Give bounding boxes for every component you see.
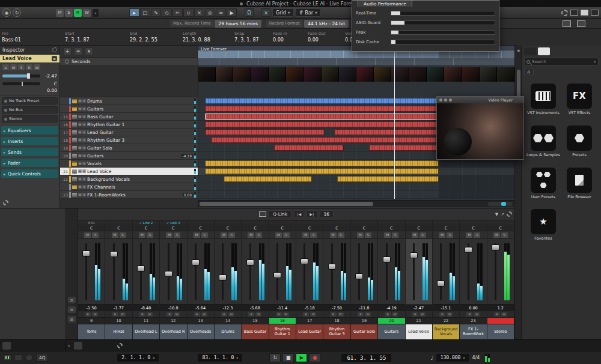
tab-track[interactable] xyxy=(2,342,11,350)
channel-solo-button[interactable]: S xyxy=(201,232,208,238)
channel-name[interactable]: FX 1-RoomWork xyxy=(460,324,486,339)
tab-chord-pads[interactable] xyxy=(93,342,102,350)
channel-name[interactable]: Lead Guitar xyxy=(296,324,323,339)
write-automation-button[interactable]: W xyxy=(283,312,289,317)
info-line-field[interactable]: Start 7. 3. 1. 87 xyxy=(65,31,130,43)
channel-level-value[interactable]: -2.47 xyxy=(406,305,432,311)
close-window-icon[interactable] xyxy=(439,99,442,102)
inspector-write-button[interactable]: W xyxy=(34,64,40,70)
media-item-file-browser[interactable]: File Browser xyxy=(563,168,596,200)
fader-handle[interactable] xyxy=(246,259,254,265)
audio-event[interactable] xyxy=(211,137,439,143)
channel-fader-area[interactable] xyxy=(188,239,214,305)
fader-handle[interactable] xyxy=(328,264,336,270)
write-automation-button[interactable]: W xyxy=(120,312,126,317)
channel-mute-button[interactable]: M xyxy=(248,232,254,238)
audio-event[interactable] xyxy=(205,160,439,166)
audio-quantize-button[interactable]: AQ xyxy=(36,354,48,362)
channel-solo-button[interactable]: S xyxy=(447,232,453,238)
tempo-value[interactable]: 130.000 xyxy=(441,355,461,360)
track-solo-button[interactable]: S xyxy=(82,107,86,111)
snap-icon[interactable]: Ω xyxy=(245,8,254,17)
channel-solo-button[interactable]: S xyxy=(228,232,235,238)
track-row[interactable]: MS Drums xyxy=(60,97,198,105)
channel-mute-button[interactable]: M xyxy=(166,232,172,238)
channel-solo-button[interactable]: S xyxy=(419,232,426,238)
read-automation-button[interactable]: R xyxy=(166,312,172,317)
read-automation-button[interactable]: R xyxy=(466,312,472,317)
draw-tool[interactable]: ✎ xyxy=(151,8,161,17)
project-activation-icon[interactable]: ◉ xyxy=(2,8,11,17)
read-automation-button[interactable]: R xyxy=(439,312,445,317)
pan-control[interactable]: C xyxy=(378,225,404,231)
collapse-right-zone-icon[interactable]: ◀ xyxy=(515,47,521,53)
fader-handle[interactable] xyxy=(192,259,200,265)
media-rack-options-icon[interactable] xyxy=(577,20,585,27)
mixer-channel-strip[interactable]: C M S 0.00 R W 23 FX 1-RoomWork xyxy=(460,220,487,339)
write-automation-button[interactable]: W xyxy=(392,312,398,317)
read-automation-button[interactable]: R xyxy=(276,312,282,317)
object-selection-tool[interactable]: ▸ xyxy=(129,8,139,17)
channel-mute-button[interactable]: M xyxy=(493,232,500,238)
inspector-solo-button[interactable]: S xyxy=(18,64,25,70)
fader-handle[interactable] xyxy=(465,247,472,253)
mixer-channel-strip[interactable]: C M S -11.8 R W 19 Guitar Solo xyxy=(351,220,378,339)
read-automation-button[interactable]: R xyxy=(412,312,418,317)
bank-next-button[interactable]: ▶| xyxy=(307,210,317,218)
pan-control[interactable]: C xyxy=(433,225,459,231)
section-fader[interactable]: ▸ Fader xyxy=(1,159,58,167)
media-item-presets[interactable]: Presets xyxy=(563,126,596,158)
record-modes-icon[interactable] xyxy=(25,354,33,361)
track-mute-button[interactable]: M xyxy=(78,99,82,103)
track-solo-button[interactable]: S xyxy=(82,185,86,189)
quantize-dropdown[interactable]: # Bar ▼ xyxy=(296,8,321,17)
track-name[interactable]: Guitar Solo xyxy=(87,145,193,151)
track-name[interactable]: Lead Voice xyxy=(87,169,193,174)
tab-media[interactable] xyxy=(538,47,550,55)
fader-handle[interactable] xyxy=(110,251,118,257)
search-input[interactable] xyxy=(532,59,591,64)
channel-name[interactable]: Toms xyxy=(78,324,105,339)
channel-name[interactable]: Overhead R xyxy=(160,324,186,339)
mixer-channel-strip[interactable]: C M S -5.68 R W 15 Bass Guitar xyxy=(242,220,269,339)
mixer-channel-strip[interactable]: C M S -15.1 R W 22 Background Vocals xyxy=(433,220,460,339)
play-tool[interactable]: ▶ xyxy=(227,8,237,17)
channel-fader-area[interactable] xyxy=(351,239,377,305)
global-automation-button[interactable]: S xyxy=(65,9,73,17)
channel-fader-area[interactable] xyxy=(406,239,432,305)
pan-control[interactable]: C xyxy=(242,225,268,231)
info-line-field[interactable]: Snap 7. 3. 1. 87 xyxy=(234,31,273,43)
channel-name[interactable]: Background Vocals xyxy=(433,324,459,339)
channel-solo-button[interactable]: S xyxy=(338,232,344,238)
channel-level-value[interactable]: -5.68 xyxy=(242,305,268,311)
pan-control[interactable]: C xyxy=(105,225,132,231)
seconds-ruler[interactable] xyxy=(198,58,514,66)
fader-handle[interactable] xyxy=(300,258,308,264)
audio-event[interactable] xyxy=(205,106,439,112)
channel-fader-area[interactable] xyxy=(378,239,404,305)
write-automation-button[interactable]: W xyxy=(474,312,480,317)
pan-control[interactable]: C xyxy=(351,225,377,231)
lower-zone-toggle-icon[interactable] xyxy=(581,10,588,16)
fader-handle[interactable] xyxy=(219,275,227,281)
inspector-read-button[interactable]: R xyxy=(26,64,32,70)
channel-level-value[interactable]: -7.50 xyxy=(323,305,350,311)
mute-tool[interactable]: × xyxy=(194,8,204,17)
stop-button[interactable]: ■ xyxy=(282,353,294,362)
track-row[interactable]: 22 MS Background Vocals xyxy=(60,175,198,183)
track-mute-button[interactable]: M xyxy=(78,146,82,150)
fader-handle[interactable] xyxy=(492,244,499,250)
inspector-track-header[interactable]: Lead Voice e xyxy=(0,55,59,62)
tab-editor[interactable] xyxy=(12,342,20,350)
audio-event[interactable] xyxy=(205,168,439,174)
pan-control[interactable]: C xyxy=(160,225,186,231)
track-name[interactable]: Bass Guitar xyxy=(87,114,193,120)
scroll-down-icon[interactable]: ▼ xyxy=(495,212,498,217)
channel-name[interactable]: Rhythm Guitar 3 xyxy=(323,324,350,339)
write-automation-button[interactable]: W xyxy=(201,312,207,317)
pan-control[interactable]: C xyxy=(188,225,214,231)
time-signature-value[interactable]: 4/4 xyxy=(472,355,480,360)
write-automation-button[interactable]: W xyxy=(310,312,316,317)
channel-fader-area[interactable] xyxy=(242,239,268,305)
channel-name[interactable]: Overheads xyxy=(188,324,214,339)
